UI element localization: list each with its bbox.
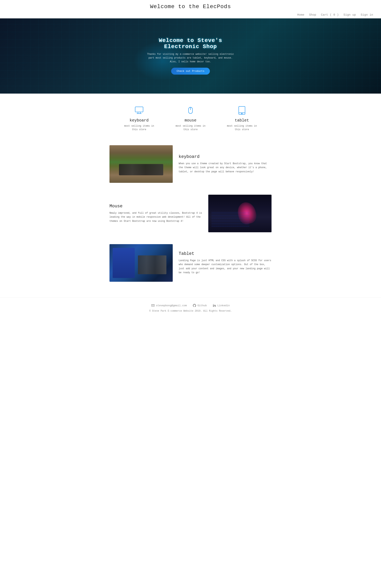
svg-rect-0 <box>135 107 143 112</box>
keyboard-product-image <box>110 145 173 183</box>
mouse-icon <box>186 106 195 115</box>
mouse-product-text: Mouse Newly improved, and full of great … <box>110 204 202 223</box>
tablet-product-text: Tablet Landing Page is just HTML and CSS… <box>179 251 271 275</box>
feature-mouse-desc: most selling items in this store <box>173 124 208 131</box>
linkedin-icon <box>213 304 216 307</box>
footer-linkedin-label: Linkedin <box>217 304 230 307</box>
product-tablet-section: Tablet Landing Page is just HTML and CSS… <box>102 240 279 290</box>
nav-home[interactable]: Home <box>297 13 304 17</box>
nav-signup[interactable]: Sign up <box>343 13 356 17</box>
nav-shop[interactable]: Shop <box>309 13 316 17</box>
monitor-icon <box>134 106 144 115</box>
keyboard-product-text: keyboard When you use a theme created by… <box>179 154 271 174</box>
nav-signin[interactable]: Sign in <box>361 13 373 17</box>
footer-github-label: Github <box>197 304 207 307</box>
hero-cta-button[interactable]: Check out Products <box>171 68 210 75</box>
site-title: Welcome to the ElecPods <box>0 0 381 12</box>
keyboard-icon-container <box>133 105 145 115</box>
feature-mouse-name: mouse <box>173 118 208 123</box>
footer-email-link[interactable]: stevepbong@gmail.com <box>151 304 187 307</box>
footer-linkedin-link[interactable]: Linkedin <box>213 304 230 307</box>
product-keyboard-section: keyboard When you use a theme created by… <box>102 141 279 191</box>
feature-tablet-name: tablet <box>224 118 260 123</box>
keyboard-product-body: When you use a theme created by Start Bo… <box>179 162 271 174</box>
mouse-product-image <box>208 195 271 232</box>
mouse-product-title: Mouse <box>110 204 202 209</box>
feature-tablet-desc: most selling items in this store <box>224 124 260 131</box>
hero-title: Welcome to Steve's Electronic Shop <box>145 37 236 50</box>
footer-email-label: stevepbong@gmail.com <box>156 304 187 307</box>
nav-cart[interactable]: Cart ( 0 ) <box>321 13 339 17</box>
feature-keyboard-name: keyboard <box>121 118 157 123</box>
mouse-icon-container <box>185 105 196 115</box>
tablet-product-image <box>110 244 173 282</box>
svg-point-8 <box>242 113 242 114</box>
tablet-product-title: Tablet <box>179 251 271 256</box>
keyboard-product-title: keyboard <box>179 154 271 159</box>
footer-links: stevepbong@gmail.com Github Linkedin <box>8 304 373 307</box>
email-icon <box>151 304 155 307</box>
tablet-icon-container <box>236 105 248 115</box>
hero-description: Thanks for visiting my e-commerce websit… <box>145 52 236 64</box>
feature-tablet: tablet most selling items in this store <box>224 105 260 131</box>
feature-mouse: mouse most selling items in this store <box>173 105 208 131</box>
github-icon <box>193 304 196 307</box>
site-footer: stevepbong@gmail.com Github Linkedin © S… <box>0 297 381 316</box>
product-mouse-section: Mouse Newly improved, and full of great … <box>102 191 279 240</box>
features-section: keyboard most selling items in this stor… <box>0 94 381 141</box>
footer-copyright: © Steve Park E-commerce Website 2019. Al… <box>8 310 373 312</box>
feature-keyboard-desc: most selling items in this store <box>121 124 157 131</box>
tablet-icon <box>237 106 247 115</box>
svg-point-12 <box>213 304 214 305</box>
hero-content: Welcome to Steve's Electronic Shop Thank… <box>141 33 240 79</box>
tablet-product-body: Landing Page is just HTML and CSS with a… <box>179 259 271 275</box>
feature-keyboard: keyboard most selling items in this stor… <box>121 105 157 131</box>
mouse-product-body: Newly improved, and full of great utilit… <box>110 211 202 223</box>
svg-rect-11 <box>213 305 214 307</box>
footer-github-link[interactable]: Github <box>193 304 207 307</box>
main-nav: Home Shop Cart ( 0 ) Sign up Sign in <box>0 12 381 18</box>
hero-section: Welcome to Steve's Electronic Shop Thank… <box>0 18 381 94</box>
